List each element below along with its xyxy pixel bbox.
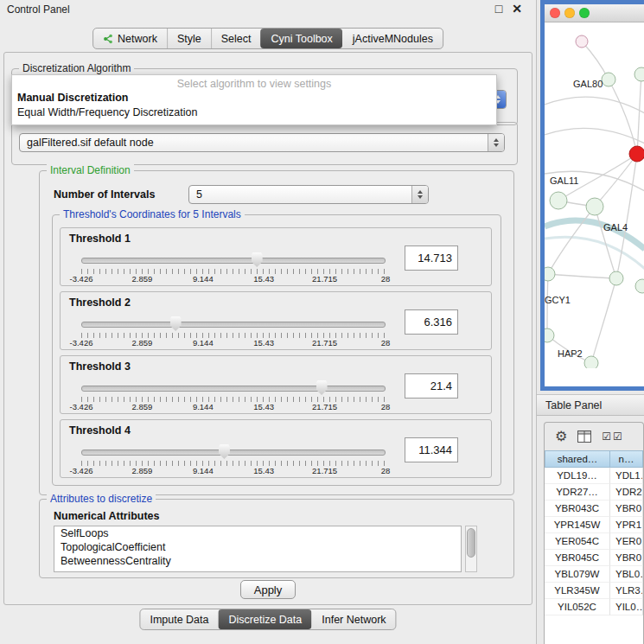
numerical-attributes-list[interactable]: SelfLoopsTopologicalCoefficientBetweenne… (54, 526, 462, 572)
threshold-value-field[interactable]: 6.316 (405, 309, 458, 335)
network-node-gal80[interactable] (602, 73, 615, 86)
column-header-name[interactable]: n… (610, 450, 643, 468)
threshold-value-field[interactable]: 21.4 (405, 373, 458, 399)
threshold-slider[interactable] (81, 380, 386, 396)
minimize-traffic-light-icon[interactable] (564, 8, 575, 18)
network-node[interactable] (609, 271, 623, 285)
network-node[interactable] (629, 146, 644, 162)
tab-cyni-toolbox[interactable]: Cyni Toolbox (260, 29, 341, 48)
slider-thumb[interactable] (316, 380, 328, 395)
table-cell: YDL1… (610, 468, 643, 484)
table-rows: YDL19…YDL1…YDR27…YDR2…YBR043CYBR0…YPR145… (545, 468, 643, 615)
number-of-intervals-value: 5 (196, 188, 202, 201)
slider-track (81, 386, 386, 392)
dropdown-option-manual-discretization[interactable]: Manual Discretization (12, 91, 496, 105)
float-window-icon[interactable]: □ (495, 2, 502, 16)
network-node-hap2[interactable] (584, 356, 598, 368)
attribute-item[interactable]: SelfLoops (54, 526, 461, 540)
network-node[interactable] (545, 328, 554, 342)
table-row[interactable]: YBR045CYBR0… (545, 550, 643, 566)
tab-jactivemnodules[interactable]: jActiveMNodules (342, 29, 443, 48)
threshold-label: Threshold 2 (69, 296, 131, 309)
close-icon[interactable]: ✕ (512, 2, 522, 16)
threshold-value-field[interactable]: 11.344 (405, 437, 458, 462)
threshold-slider[interactable] (81, 252, 386, 268)
screen: Control Panel □ ✕ NetworkStyleSelectCyni… (0, 0, 644, 644)
close-traffic-light-icon[interactable] (550, 8, 560, 18)
network-canvas[interactable]: GAL80GAL11GAL4GCY1HAP2 (545, 22, 644, 368)
tab-style[interactable]: Style (167, 29, 211, 48)
tab-network[interactable]: Network (93, 29, 167, 48)
network-node-gal4[interactable] (586, 198, 603, 215)
table-header-row: shared… n… (545, 450, 643, 468)
table-row[interactable]: YIL052CYIL0… (545, 599, 643, 615)
table-cell: YDR2… (610, 484, 643, 501)
control-panel-title: Control Panel (7, 3, 70, 16)
table-row[interactable]: YDL19…YDL1… (545, 468, 643, 484)
gear-icon[interactable]: ⚙ (555, 430, 567, 443)
number-of-intervals-select[interactable]: 5 (188, 185, 429, 204)
network-node[interactable] (634, 67, 644, 81)
columns-icon[interactable] (577, 430, 591, 443)
network-node[interactable] (635, 279, 644, 293)
table-data-select[interactable]: galFiltered.sif default node (19, 133, 505, 152)
control-panel-window: Control Panel □ ✕ NetworkStyleSelectCyni… (0, 0, 537, 644)
tab-infer-network[interactable]: Infer Network (311, 609, 395, 629)
threshold-row: Threshold 2 -3.4262.8599.14415.4321.7152… (60, 291, 492, 350)
scale-label: 2.859 (132, 338, 153, 348)
table-row[interactable]: YLR345WYLR3… (545, 583, 643, 599)
threshold-slider[interactable] (81, 316, 386, 332)
scale-label: 21.715 (312, 338, 337, 348)
slider-thumb[interactable] (219, 444, 230, 459)
table-row[interactable]: YPR145WYPR1… (545, 517, 643, 533)
table-cell: YBR0… (610, 501, 643, 517)
tab-label: Cyni Toolbox (271, 33, 332, 45)
table-row[interactable]: YER054CYER0… (545, 533, 643, 550)
table-row[interactable]: YBR043CYBR0… (545, 501, 643, 517)
slider-thumb[interactable] (170, 316, 182, 331)
slider-thumb[interactable] (252, 252, 263, 267)
table-row[interactable]: YDR27…YDR2… (545, 484, 643, 501)
slider-scale: -3.4262.8599.14415.4321.71528 (81, 274, 386, 284)
scrollbar-thumb[interactable] (467, 528, 475, 558)
tab-discretize-data[interactable]: Discretize Data (219, 609, 312, 629)
threshold-slider[interactable] (81, 444, 386, 460)
numerical-attributes-label: Numerical Attributes (54, 510, 159, 522)
threshold-row: Threshold 4 -3.4262.8599.14415.4321.7152… (60, 419, 492, 478)
table-row[interactable]: YBL079WYBL0… (545, 566, 643, 583)
table-panel-header[interactable]: Table Panel (537, 394, 644, 416)
scale-label: 9.144 (193, 466, 214, 475)
interval-definition-title: Interval Definition (47, 164, 134, 176)
scale-label: 15.43 (253, 466, 274, 475)
combo-arrows-icon (411, 186, 428, 203)
attributes-scrollbar[interactable] (465, 526, 477, 572)
threshold-value-field[interactable]: 14.713 (405, 245, 458, 271)
zoom-traffic-light-icon[interactable] (579, 8, 590, 18)
dropdown-option-equal-width-frequency[interactable]: Equal Width/Frequency Discretization (12, 105, 496, 120)
network-node[interactable] (576, 35, 588, 48)
table-data-group: Table Data galFiltered.sif default node (11, 122, 518, 165)
attribute-item[interactable]: BetweennessCentrality (54, 554, 461, 568)
scale-label: 9.144 (193, 338, 214, 348)
dropdown-placeholder: Select algorithm to view settings (12, 77, 496, 91)
network-node-label: GAL11 (550, 175, 578, 186)
network-nodes: GAL80GAL11GAL4GCY1HAP2 (545, 35, 644, 368)
tab-impute-data[interactable]: Impute Data (140, 609, 218, 629)
table-cell: YER054C (545, 533, 610, 550)
select-columns-icon[interactable]: ☑☑ (602, 430, 624, 443)
attributes-group: Attributes to discretize Numerical Attri… (39, 499, 514, 578)
slider-track (81, 258, 386, 264)
column-header-shared-name[interactable]: shared… (545, 450, 610, 468)
network-node-gal11[interactable] (550, 192, 567, 209)
table-cell: YIL0… (610, 599, 643, 615)
table-cell: YPR145W (545, 517, 610, 533)
bottom-tab-strip: Impute DataDiscretize DataInfer Network (139, 609, 396, 630)
attribute-item[interactable]: TopologicalCoefficient (54, 540, 461, 554)
tab-select[interactable]: Select (211, 29, 261, 48)
scale-label: 2.859 (132, 466, 153, 475)
table-toolbar: ⚙ ☑☑ (545, 423, 643, 450)
control-panel-titlebar: Control Panel (0, 0, 536, 19)
network-node-gcy1[interactable] (545, 267, 555, 281)
scale-label: 2.859 (132, 402, 153, 411)
apply-button[interactable]: Apply (240, 580, 296, 599)
